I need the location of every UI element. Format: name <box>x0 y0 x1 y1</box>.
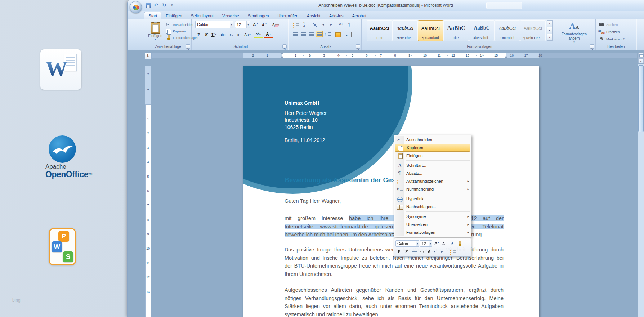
style-untertitel[interactable]: AaBbCcI Untertitel <box>495 20 520 41</box>
context-menu-item-paragraph[interactable]: Absatz... <box>395 169 470 177</box>
ruler-toggle-button[interactable] <box>638 53 644 58</box>
context-menu-item-translate[interactable]: Übersetzen <box>395 220 470 228</box>
clear-formatting-button[interactable] <box>271 22 278 28</box>
context-menu-item-hyperlink[interactable]: Hyperlink... <box>395 195 470 203</box>
tab-verweise[interactable]: Verweise <box>218 12 243 19</box>
font-color-button[interactable]: A <box>264 31 273 38</box>
show-paragraph-marks-button[interactable] <box>346 21 353 27</box>
mini-decrease-indent-button[interactable] <box>433 248 440 255</box>
context-menu-item-styles[interactable]: Formatvorlagen <box>395 228 470 236</box>
style-titel[interactable]: AaBbC Titel <box>443 20 469 41</box>
style-fett[interactable]: AaBbCcI Fett <box>367 20 392 41</box>
align-left-button[interactable] <box>292 31 299 37</box>
context-menu-item-bullets[interactable]: Aufzählungszeichen <box>395 177 470 185</box>
replace-button[interactable]: Ersetzen <box>598 28 620 35</box>
multilevel-list-button[interactable] <box>312 21 321 27</box>
tab-stop-selector[interactable]: L <box>145 53 152 59</box>
chevron-down-icon[interactable]: ▾ <box>246 21 250 28</box>
tab-sendungen[interactable]: Sendungen <box>243 12 273 19</box>
subscript-button[interactable]: x₂ <box>228 31 235 38</box>
cut-button[interactable]: Ausschneiden <box>165 22 193 28</box>
style-standard[interactable]: AaBbCcI ¶ Standard <box>418 20 443 41</box>
document-page[interactable]: Unimax GmbH Herr Peter Wagner Industries… <box>243 66 539 317</box>
style-hervorhebung[interactable]: AaBbCcI Hervorhe... <box>392 20 418 41</box>
paste-button[interactable]: Einfügen ▾ <box>147 21 164 46</box>
font-name-select[interactable]: Calibri▾ <box>195 21 233 28</box>
grow-font-button[interactable] <box>251 22 259 28</box>
clipboard-dialog-launcher[interactable] <box>186 44 190 49</box>
desktop-icon-word[interactable]: W <box>40 49 81 90</box>
mini-shrink-font-button[interactable] <box>440 240 447 247</box>
bold-button[interactable]: F <box>195 31 202 38</box>
mini-font-size-select[interactable]: 12▾ <box>420 240 432 247</box>
superscript-button[interactable]: x² <box>235 31 242 38</box>
context-menu-item-copy[interactable]: Kopieren <box>395 144 470 152</box>
right-indent-marker[interactable] <box>505 56 507 58</box>
mini-highlight-button[interactable]: ab <box>418 248 425 255</box>
styles-scroll-down-button[interactable]: ▾ <box>547 27 553 34</box>
mini-grow-font-button[interactable] <box>433 240 440 247</box>
change-case-button[interactable]: Aa <box>243 31 252 38</box>
chevron-down-icon[interactable]: ▾ <box>230 21 233 28</box>
copy-button[interactable]: Kopieren <box>165 28 186 34</box>
change-styles-button[interactable]: AA Formatvorlagen ändern ▾ <box>555 20 593 48</box>
style-kein-leerraum[interactable]: AaBbCcI ¶ Kein Lee... <box>520 20 546 41</box>
tab-ueberpruefen[interactable]: Überprüfen <box>273 12 303 19</box>
align-right-button[interactable] <box>308 31 315 37</box>
desktop-icon-openoffice[interactable] <box>49 135 76 163</box>
first-line-indent-marker[interactable] <box>281 53 283 54</box>
shrink-font-button[interactable] <box>260 22 267 28</box>
tab-seitenlayout[interactable]: Seitenlayout <box>187 12 218 19</box>
redo-button[interactable] <box>161 2 168 9</box>
font-dialog-launcher[interactable] <box>282 44 287 49</box>
underline-button[interactable]: U <box>210 31 218 38</box>
styles-more-button[interactable]: ▾ <box>547 34 553 41</box>
mini-format-painter-button[interactable] <box>456 240 462 247</box>
justify-button[interactable] <box>316 31 323 37</box>
bullets-button[interactable] <box>292 21 301 27</box>
chevron-down-icon[interactable]: ▾ <box>429 241 432 246</box>
context-menu-item-font[interactable]: Schriftart... <box>395 161 470 169</box>
line-spacing-button[interactable] <box>323 31 334 37</box>
shading-button[interactable] <box>334 31 344 37</box>
font-size-select[interactable]: 12▾ <box>235 21 250 28</box>
mini-center-align-button[interactable] <box>411 248 417 255</box>
desktop-icon-wps[interactable]: P W S <box>49 228 76 265</box>
strikethrough-button[interactable]: abc <box>218 31 227 38</box>
italic-button[interactable]: K <box>203 31 210 38</box>
paste-dropdown-arrow[interactable]: ▾ <box>155 38 156 41</box>
styles-scroll-up-button[interactable]: ▴ <box>547 20 553 27</box>
mini-styles-button[interactable] <box>448 240 455 247</box>
scroll-up-button[interactable]: ▴ <box>638 58 644 63</box>
increase-indent-button[interactable] <box>330 21 337 27</box>
format-painter-button[interactable]: Format übertragen <box>165 35 198 41</box>
mini-italic-button[interactable]: K <box>403 248 410 255</box>
mini-bullets-button[interactable] <box>448 248 455 255</box>
context-menu-item-cut[interactable]: Ausschneiden <box>395 136 470 144</box>
scrollbar-thumb[interactable] <box>638 65 644 132</box>
tab-acrobat[interactable]: Acrobat <box>348 12 371 19</box>
sort-button[interactable] <box>338 21 345 27</box>
borders-button[interactable] <box>345 31 355 37</box>
find-button[interactable]: Suchen <box>598 21 618 28</box>
save-button[interactable] <box>145 2 152 9</box>
customize-quick-access-button[interactable] <box>170 2 176 9</box>
text-highlight-button[interactable]: ab <box>254 31 263 38</box>
tab-ansicht[interactable]: Ansicht <box>303 12 325 19</box>
style-ueberschrift[interactable]: AaBbC Überschrif... <box>469 20 495 41</box>
context-menu-item-synonyms[interactable]: Synonyme <box>395 213 470 220</box>
paragraph-dialog-launcher[interactable] <box>356 44 360 49</box>
chevron-down-icon[interactable]: ▾ <box>416 241 419 246</box>
mini-font-name-select[interactable]: Calibri▾ <box>395 240 419 247</box>
tab-einfuegen[interactable]: Einfügen <box>161 12 186 19</box>
numbering-button[interactable] <box>302 21 311 27</box>
context-menu-item-paste[interactable]: Einfügen <box>395 152 470 160</box>
mini-font-color-button[interactable]: A <box>426 248 433 255</box>
context-menu-item-numbering[interactable]: Nummerierung <box>395 185 470 193</box>
mini-increase-indent-button[interactable] <box>441 248 448 255</box>
tab-addins[interactable]: Add-Ins <box>325 12 348 19</box>
align-center-button[interactable] <box>300 31 307 37</box>
undo-button[interactable] <box>153 2 160 9</box>
office-button[interactable] <box>130 1 142 13</box>
vertical-scrollbar[interactable]: ▴ <box>638 50 644 317</box>
